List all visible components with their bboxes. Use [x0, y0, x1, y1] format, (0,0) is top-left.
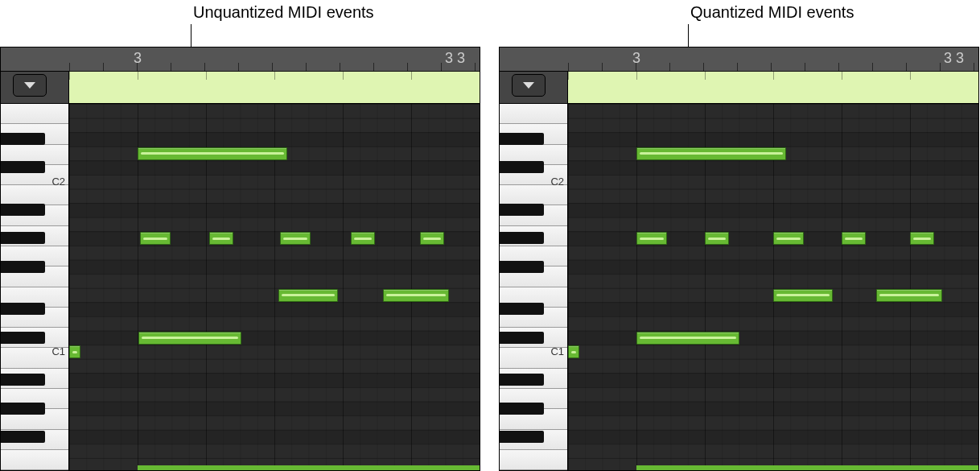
- black-key[interactable]: [1, 303, 45, 315]
- ruler-marker-2: 3 3: [944, 50, 964, 67]
- time-ruler[interactable]: 3 3 3: [69, 48, 480, 72]
- midi-note[interactable]: [138, 332, 241, 345]
- view-menu-button[interactable]: [13, 74, 47, 97]
- midi-note[interactable]: [209, 232, 233, 245]
- black-key[interactable]: [1, 204, 45, 216]
- piano-keyboard[interactable]: C2C1C0: [500, 104, 568, 470]
- black-key[interactable]: [1, 261, 45, 273]
- region-strip[interactable]: [69, 72, 480, 104]
- white-key[interactable]: [1, 185, 68, 205]
- callout-quantized: Quantized MIDI events: [690, 3, 854, 22]
- white-key[interactable]: [500, 185, 567, 205]
- black-key[interactable]: [1, 161, 45, 173]
- grid-bottom-highlight: [636, 465, 978, 470]
- midi-note[interactable]: [636, 332, 739, 345]
- black-key[interactable]: [1, 232, 45, 244]
- note-grid[interactable]: [69, 104, 480, 470]
- midi-note[interactable]: [876, 289, 942, 302]
- piano-roll-unquantized: 3 3 3 C2C1C0: [0, 47, 480, 471]
- midi-note[interactable]: [138, 147, 287, 160]
- view-menu-button[interactable]: [512, 74, 546, 97]
- midi-note[interactable]: [773, 232, 804, 245]
- black-key[interactable]: [1, 431, 45, 443]
- midi-note[interactable]: [636, 147, 786, 160]
- callout-unquantized: Unquantized MIDI events: [193, 3, 374, 22]
- key-label: C1: [51, 345, 65, 357]
- midi-note[interactable]: [636, 232, 667, 245]
- ruler-marker-1: 3: [632, 50, 640, 67]
- midi-note[interactable]: [420, 232, 444, 245]
- key-label: C2: [550, 176, 564, 188]
- midi-note[interactable]: [568, 345, 579, 358]
- black-key[interactable]: [500, 204, 544, 216]
- midi-note[interactable]: [69, 345, 80, 358]
- ruler-marker-1: 3: [134, 50, 142, 67]
- piano-keyboard[interactable]: C2C1C0: [1, 104, 69, 470]
- black-key[interactable]: [1, 332, 45, 344]
- midi-note[interactable]: [278, 289, 338, 302]
- key-label: C1: [550, 345, 564, 357]
- time-ruler[interactable]: 3 3 3: [568, 48, 978, 72]
- note-grid[interactable]: [568, 104, 978, 470]
- black-key[interactable]: [1, 403, 45, 415]
- white-key[interactable]: [1, 104, 68, 124]
- midi-note[interactable]: [842, 232, 866, 245]
- grid-bottom-highlight: [138, 465, 480, 470]
- black-key[interactable]: [500, 133, 544, 145]
- midi-note[interactable]: [140, 232, 171, 245]
- midi-note[interactable]: [383, 289, 449, 302]
- chevron-down-icon: [523, 82, 534, 89]
- region-strip[interactable]: [568, 72, 978, 104]
- key-label: C2: [51, 176, 65, 188]
- midi-note[interactable]: [280, 232, 311, 245]
- white-key[interactable]: [1, 450, 68, 470]
- piano-roll-quantized: 3 3 3 C2C1C0: [499, 47, 979, 471]
- black-key[interactable]: [500, 232, 544, 244]
- black-key[interactable]: [500, 332, 544, 344]
- midi-note[interactable]: [910, 232, 934, 245]
- black-key[interactable]: [1, 133, 45, 145]
- chevron-down-icon: [24, 82, 35, 89]
- black-key[interactable]: [500, 431, 544, 443]
- white-key[interactable]: [500, 104, 567, 124]
- ruler-marker-2: 3 3: [445, 50, 465, 67]
- black-key[interactable]: [500, 374, 544, 386]
- midi-note[interactable]: [351, 232, 375, 245]
- black-key[interactable]: [1, 374, 45, 386]
- black-key[interactable]: [500, 261, 544, 273]
- black-key[interactable]: [500, 161, 544, 173]
- midi-note[interactable]: [705, 232, 729, 245]
- black-key[interactable]: [500, 403, 544, 415]
- black-key[interactable]: [500, 303, 544, 315]
- midi-note[interactable]: [773, 289, 833, 302]
- white-key[interactable]: [500, 450, 567, 470]
